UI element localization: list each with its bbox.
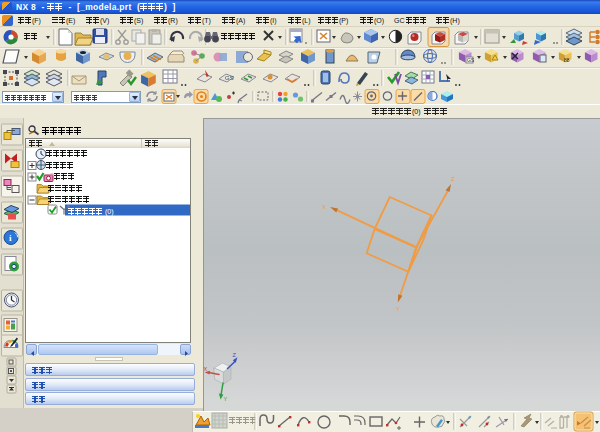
svg-text:Y: Y bbox=[224, 396, 228, 402]
svg-text:Z: Z bbox=[233, 352, 237, 358]
svg-text:Z: Z bbox=[451, 176, 455, 182]
svg-text:Y: Y bbox=[396, 306, 400, 312]
svg-text:88: 88 bbox=[564, 57, 570, 63]
svg-text:X: X bbox=[322, 204, 326, 210]
svg-text:GS: GS bbox=[467, 57, 475, 63]
svg-text:GS: GS bbox=[225, 75, 234, 81]
svg-text:X: X bbox=[204, 366, 208, 372]
